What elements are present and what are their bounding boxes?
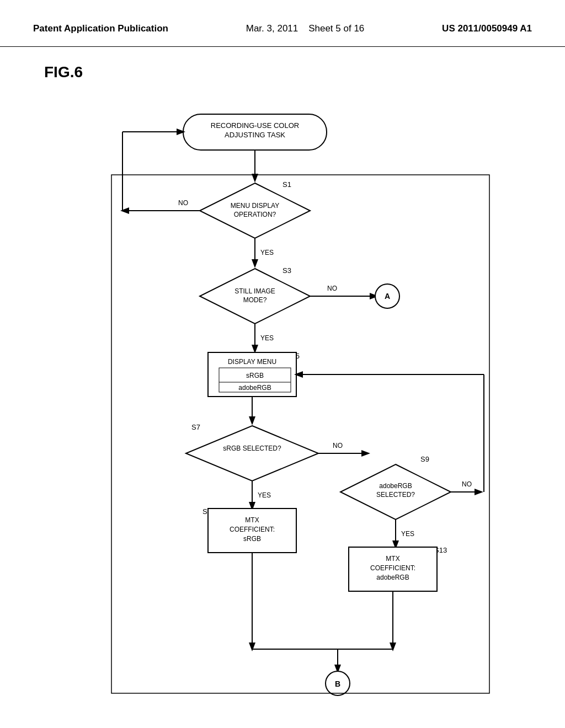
svg-text:adobeRGB: adobeRGB (376, 574, 409, 581)
svg-text:YES: YES (258, 491, 271, 499)
svg-text:STILL IMAGE: STILL IMAGE (234, 287, 275, 295)
circle-a-text: A (385, 292, 390, 301)
svg-text:NO: NO (462, 480, 472, 488)
s3-label: S3 (282, 266, 291, 275)
svg-text:sRGB: sRGB (243, 535, 261, 543)
svg-text:sRGB: sRGB (246, 372, 264, 379)
s1-label: S1 (282, 180, 291, 189)
svg-text:MODE?: MODE? (243, 296, 267, 304)
page-header: Patent Application Publication Mar. 3, 2… (0, 0, 565, 47)
svg-text:MENU DISPLAY: MENU DISPLAY (231, 202, 279, 210)
circle-b-text: B (335, 679, 340, 688)
svg-text:DISPLAY MENU: DISPLAY MENU (228, 358, 276, 366)
svg-text:sRGB SELECTED?: sRGB SELECTED? (223, 445, 281, 452)
publication-title: Patent Application Publication (33, 22, 168, 35)
flowchart-diagram: RECORDING-USE COLOR ADJUSTING TASK S1 ME… (0, 87, 565, 715)
svg-rect-57 (111, 175, 489, 693)
svg-text:SELECTED?: SELECTED? (376, 491, 415, 499)
svg-text:YES: YES (260, 249, 274, 256)
svg-text:YES: YES (401, 530, 414, 538)
svg-text:ADJUSTING TASK: ADJUSTING TASK (225, 131, 285, 139)
s9-label: S9 (420, 455, 429, 463)
svg-text:NO: NO (333, 442, 343, 449)
start-node-text: RECORDING-USE COLOR (211, 121, 299, 130)
svg-text:COEFFICIENT:: COEFFICIENT: (370, 564, 415, 572)
svg-text:COEFFICIENT:: COEFFICIENT: (230, 526, 275, 533)
svg-text:MTX: MTX (245, 516, 259, 524)
patent-number: US 2011/0050949 A1 (442, 22, 532, 35)
svg-text:YES: YES (260, 334, 274, 342)
date-sheet: Mar. 3, 2011 Sheet 5 of 16 (246, 22, 365, 35)
svg-text:NO: NO (178, 199, 188, 207)
svg-text:MTX: MTX (386, 555, 399, 563)
figure-label: FIG.6 (44, 63, 565, 81)
svg-text:adobeRGB: adobeRGB (238, 384, 271, 392)
svg-text:NO: NO (327, 285, 337, 292)
svg-text:adobeRGB: adobeRGB (379, 482, 412, 490)
svg-marker-27 (186, 426, 318, 481)
flowchart-svg: RECORDING-USE COLOR ADJUSTING TASK S1 ME… (67, 98, 498, 704)
svg-text:OPERATION?: OPERATION? (234, 211, 276, 218)
s7-label: S7 (191, 423, 200, 431)
